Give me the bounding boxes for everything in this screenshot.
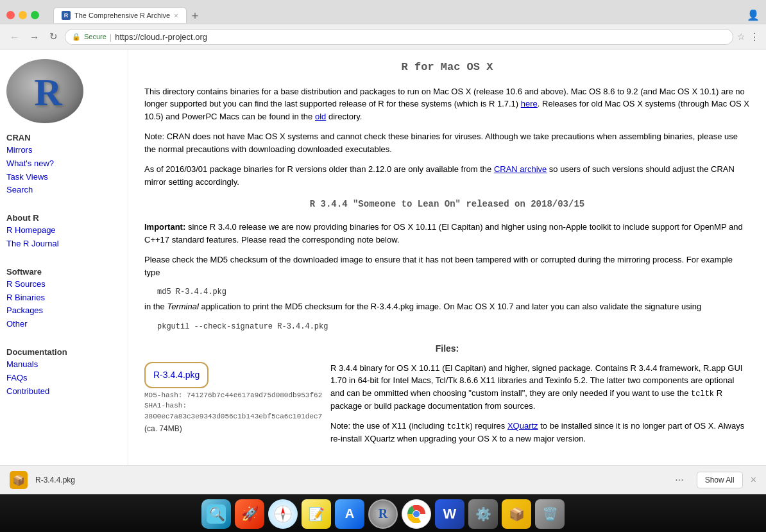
page-container: R CRAN Mirrors What's new? Task Views Se… — [0, 49, 766, 465]
cran-label: CRAN — [6, 133, 121, 142]
dock-item-system-preferences[interactable]: ⚙️ — [468, 499, 498, 529]
svg-text:🔍: 🔍 — [209, 506, 225, 522]
dock-item-safari[interactable] — [268, 499, 298, 529]
files-title: Files: — [144, 342, 750, 356]
download-bar: 📦 R-3.4.4.pkg ··· Show All × — [0, 465, 766, 494]
file-link-box: R-3.4.4.pkg — [144, 362, 209, 388]
file-right-col: R 3.4.4 binary for OS X 10.11 (El Capita… — [330, 362, 750, 453]
close-window-button[interactable] — [6, 11, 15, 19]
show-all-button[interactable]: Show All — [697, 472, 743, 488]
download-filename: R-3.4.4.pkg — [35, 476, 662, 485]
md5-label: MD5-hash: — [144, 391, 187, 399]
address-bar: ← → ↻ 🔒 Secure | https://cloud.r-project… — [0, 24, 766, 49]
code1-after: application to print the MD5 checksum fo… — [199, 302, 701, 311]
intro-para: This directory contains binaries for a b… — [144, 85, 750, 123]
sidebar-item-search[interactable]: Search — [6, 184, 121, 197]
dock-item-launchpad[interactable]: 🚀 — [235, 499, 264, 529]
sidebar-item-whats-new[interactable]: What's new? — [6, 157, 121, 171]
tcltk-code-2: tcltk — [447, 422, 470, 431]
here-link[interactable]: here — [521, 99, 538, 108]
browser-menu-button[interactable]: ⋮ — [749, 31, 760, 43]
sidebar-item-faqs[interactable]: FAQs — [6, 372, 121, 385]
title-bar: R The Comprehensive R Archive × + 👤 — [0, 0, 766, 24]
secure-text: Secure — [84, 33, 106, 40]
dock-item-notes[interactable]: 📝 — [302, 499, 331, 529]
sidebar-item-task-views[interactable]: Task Views — [6, 171, 121, 184]
terminal-italic: Terminal — [167, 302, 198, 311]
bookmark-button[interactable]: ☆ — [737, 31, 745, 42]
window-controls — [6, 11, 39, 19]
file-note-text: Note: the use of X11 (including — [330, 421, 447, 431]
url-bar[interactable]: 🔒 Secure | https://cloud.r-project.org — [65, 29, 733, 45]
important-para: Important: since R 3.4.0 release we are … — [144, 221, 750, 246]
xquartz-link[interactable]: XQuartz — [507, 421, 538, 431]
dock-item-word[interactable]: W — [435, 499, 464, 529]
file-note2-text: ) requires — [470, 421, 507, 431]
code-block-2: pkgutil --check-signature R-3.4.4.pkg — [157, 321, 750, 332]
file-note: Note: the use of X11 (including tcltk) r… — [330, 420, 750, 445]
sha-value: 3800ec7a83c3e9343d056c1b143ebf5ca6c101de… — [144, 413, 322, 420]
important-bold: Important: — [144, 222, 185, 232]
profile-button[interactable]: 👤 — [747, 9, 760, 21]
browser-chrome: R The Comprehensive R Archive × + 👤 ← → … — [0, 0, 766, 49]
dock-item-trash[interactable]: 🗑️ — [535, 499, 565, 529]
svg-point-9 — [413, 511, 420, 517]
sidebar-item-packages[interactable]: Packages — [6, 304, 121, 318]
r-logo-circle: R — [6, 59, 83, 123]
cran-archive-link[interactable]: CRAN archive — [494, 164, 547, 174]
download-icon: 📦 — [10, 471, 28, 489]
about-r-label: About R — [6, 213, 121, 223]
active-tab[interactable]: R The Comprehensive R Archive × — [53, 7, 187, 23]
md5-para: Please check the MD5 checksum of the dow… — [144, 253, 750, 279]
forward-button[interactable]: → — [26, 30, 42, 44]
file-meta: MD5-hash: 741276b7c44e617a9d75d080db953f… — [144, 390, 324, 422]
old-link[interactable]: old — [315, 112, 326, 121]
software-label: Software — [6, 267, 121, 277]
dock-item-appstore[interactable]: A — [335, 499, 364, 529]
sidebar-item-mirrors[interactable]: Mirrors — [6, 144, 121, 157]
r-logo-letter: R — [34, 71, 62, 115]
dock: 🔍 🚀 📝 A R W ⚙️ 📦 🗑️ — [0, 494, 766, 532]
main-content: R for Mac OS X This directory contains b… — [128, 49, 766, 465]
page-title: R for Mac OS X — [144, 59, 750, 76]
terminal-para: in the Terminal application to print the… — [144, 300, 750, 313]
sidebar-item-other[interactable]: Other — [6, 318, 121, 331]
tab-bar: R The Comprehensive R Archive × + — [53, 7, 747, 23]
tab-title: The Comprehensive R Archive — [74, 12, 170, 19]
sidebar-item-r-homepage[interactable]: R Homepage — [6, 224, 121, 237]
dock-item-packages[interactable]: 📦 — [502, 499, 531, 529]
maximize-window-button[interactable] — [31, 11, 39, 19]
code-block-1: md5 R-3.4.4.pkg — [157, 286, 750, 298]
back-button[interactable]: ← — [6, 30, 22, 44]
url-text: https://cloud.r-project.org — [115, 32, 207, 42]
sidebar-item-contributed[interactable]: Contributed — [6, 385, 121, 399]
tab-close-button[interactable]: × — [174, 12, 178, 19]
minimize-window-button[interactable] — [19, 11, 27, 19]
important-text: since R 3.4.0 release we are now providi… — [144, 222, 743, 245]
refresh-button[interactable]: ↻ — [46, 30, 61, 44]
file-download-link[interactable]: R-3.4.4.pkg — [153, 370, 200, 380]
dock-item-r[interactable]: R — [368, 499, 398, 529]
sidebar-item-r-journal[interactable]: The R Journal — [6, 237, 121, 251]
tab-favicon: R — [62, 11, 71, 20]
dock-item-chrome[interactable] — [402, 499, 431, 529]
sidebar-item-r-binaries[interactable]: R Binaries — [6, 291, 121, 305]
download-close-button[interactable]: × — [751, 474, 756, 486]
sidebar-item-manuals[interactable]: Manuals — [6, 358, 121, 372]
file-size: (ca. 74MB) — [144, 423, 324, 434]
archive-para: As of 2016/03/01 package binaries for R … — [144, 163, 750, 188]
dock-item-finder[interactable]: 🔍 — [201, 499, 231, 529]
files-grid: R-3.4.4.pkg MD5-hash: 741276b7c44e617a9d… — [144, 362, 750, 453]
sha-label: SHA1-hash: — [144, 402, 187, 409]
note-para: Note: CRAN does not have Mac OS X system… — [144, 130, 750, 155]
file-desc-text: R 3.4.4 binary for OS X 10.11 (El Capita… — [330, 363, 742, 398]
release-title: R 3.4.4 "Someone to Lean On" released on… — [144, 198, 750, 211]
download-more-button[interactable]: ··· — [670, 472, 688, 488]
sidebar-item-r-sources[interactable]: R Sources — [6, 278, 121, 291]
file-desc: R 3.4.4 binary for OS X 10.11 (El Capita… — [330, 362, 750, 413]
sidebar: R CRAN Mirrors What's new? Task Views Se… — [0, 49, 128, 465]
documentation-label: Documentation — [6, 347, 121, 357]
new-tab-button[interactable]: + — [187, 10, 204, 23]
md5-value: 741276b7c44e617a9d75d080db953f62 — [187, 391, 322, 399]
r-logo: R — [6, 59, 90, 123]
